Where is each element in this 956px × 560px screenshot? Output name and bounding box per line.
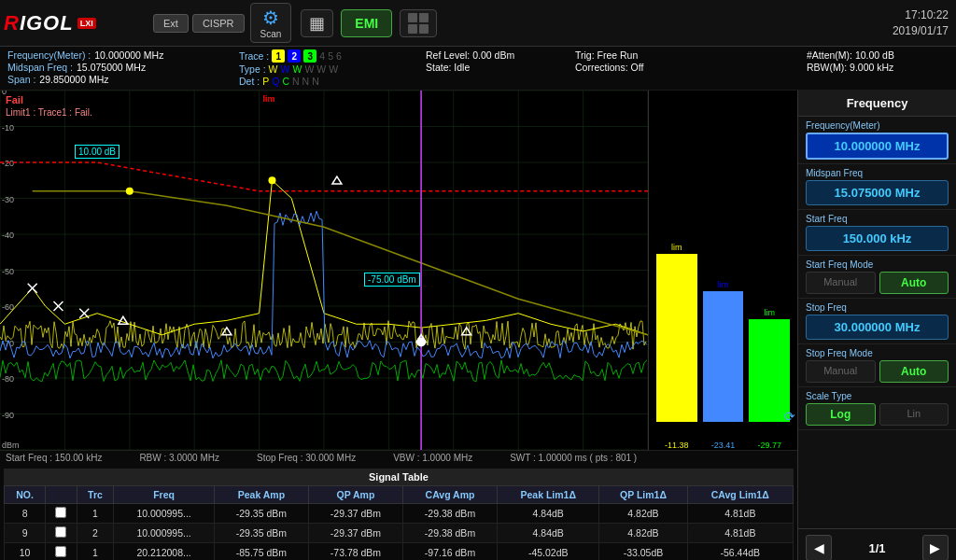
cell-peak: -29.35 dBm <box>214 524 308 543</box>
rp-stop-mode-label: Stop Freq Mode <box>806 348 949 358</box>
spectrum-area: Fail Limit1 : Trace1 : Fail. 10.00 dB -7… <box>0 91 797 450</box>
ext-button[interactable]: Ext <box>153 14 189 33</box>
col-qp-amp: QP Amp <box>308 486 402 504</box>
lim-label-1: lim <box>671 243 682 252</box>
start-auto-btn[interactable]: Auto <box>879 272 949 294</box>
cell-qp: -73.78 dBm <box>308 543 402 561</box>
trace-1-badge[interactable]: 1 <box>272 49 285 63</box>
next-page-btn[interactable]: ▶ <box>922 535 949 560</box>
lin-btn[interactable]: Lin <box>879 403 949 426</box>
det-5: N <box>302 76 310 87</box>
cell-peak: -29.35 dBm <box>214 504 308 524</box>
cell-check[interactable] <box>46 504 77 524</box>
start-freq-display: Start Freq : 150.00 kHz <box>6 453 102 463</box>
col-qp-lim: QP Lim1Δ <box>599 486 687 504</box>
marker-value: -75.00 dBm <box>364 273 420 287</box>
ref-level: Ref Level: 0.00 dBm <box>426 49 514 61</box>
scan-button[interactable]: ⚙ Scan <box>250 3 292 43</box>
bar-chart-area: lim -11.38 M:-11.38 lim -23.41 M:-23.41 <box>648 91 797 450</box>
prev-page-btn[interactable]: ◀ <box>806 535 832 560</box>
det-4: N <box>292 76 300 87</box>
cell-no: 8 <box>5 504 46 524</box>
col-cavg-lim: CAvg Lim1Δ <box>687 486 793 504</box>
start-freq-section: Start Freq 150.000 kHz <box>798 210 956 256</box>
freq-meter-label: Frequency(Meter) : <box>7 49 91 61</box>
cell-trc: 1 <box>77 543 114 561</box>
stop-mode-section: Stop Freq Mode Manual Auto <box>798 344 956 387</box>
col-peak-lim: Peak Lim1Δ <box>498 486 599 504</box>
info-bar: Frequency(Meter) : 10.000000 MHz Midspan… <box>0 47 956 91</box>
cell-qp: -29.37 dBm <box>308 524 402 543</box>
type-5: W <box>316 63 326 75</box>
cell-check[interactable] <box>46 524 77 543</box>
signal-table-title: Signal Table <box>4 469 794 485</box>
cell-cavg-lim: 4.81dB <box>687 504 793 524</box>
stop-manual-btn[interactable]: Manual <box>806 360 876 383</box>
split-button[interactable] <box>400 9 437 37</box>
det-6: N <box>312 76 319 87</box>
trace-4-badge: 4 <box>319 50 325 62</box>
rp-start-mode-label: Start Freq Mode <box>806 259 949 270</box>
settings-icon: ⚙ <box>262 7 279 29</box>
cispr-button[interactable]: CISPR <box>192 14 245 33</box>
bar-cycle-icon[interactable]: ⟳ <box>784 409 795 424</box>
rigol-logo: RIGOL <box>4 11 74 35</box>
start-mode-section: Start Freq Mode Manual Auto <box>798 256 956 299</box>
corrections: Corrections: Off <box>575 62 643 73</box>
right-panel: Frequency Frequency(Meter) 10.000000 MHz… <box>797 91 956 560</box>
det-3: C <box>282 76 289 87</box>
rp-midspan-label: Midspan Freq <box>806 168 949 178</box>
col-check <box>46 486 77 504</box>
delta-marker: 10.00 dB <box>75 145 120 159</box>
bar-2-value: -23.41 <box>703 441 744 450</box>
midspan-value: 15.075000 MHz <box>77 62 146 73</box>
log-btn[interactable]: Log <box>806 403 876 426</box>
col-trc: Trc <box>77 486 114 504</box>
trace-6-badge: 6 <box>336 50 342 62</box>
rp-start-freq-value[interactable]: 150.000 kHz <box>806 226 949 251</box>
type-3: W <box>292 63 302 75</box>
rbw-m: RBW(M): 9.000 kHz <box>807 62 893 73</box>
cell-qp: -29.37 dBm <box>308 504 402 524</box>
top-bar: RIGOL LXI Ext CISPR ⚙ Scan ▦ EMI 17:10:2… <box>0 0 956 47</box>
scan-label: Scan <box>260 29 282 39</box>
det-2: Q <box>272 76 279 87</box>
cell-qp-lim: -33.05dB <box>599 543 687 561</box>
cell-no: 9 <box>5 524 46 543</box>
rp-midspan-value[interactable]: 15.075000 MHz <box>806 180 949 205</box>
cell-peak: -85.75 dBm <box>214 543 308 561</box>
cell-cavg: -97.16 dBm <box>402 543 497 561</box>
trace-2-badge[interactable]: 2 <box>288 49 301 63</box>
rp-stop-freq-value[interactable]: 30.000000 MHz <box>806 315 949 340</box>
bar-2-blue: -23.41 M:-23.41 <box>703 291 744 422</box>
midspan-section: Midspan Freq 15.075000 MHz <box>798 164 956 210</box>
rbw-display: RBW : 3.0000 MHz <box>139 453 219 463</box>
cell-trc: 1 <box>77 504 114 524</box>
emi-button[interactable]: EMI <box>341 9 392 37</box>
cell-check[interactable] <box>46 543 77 561</box>
col-freq: Freq <box>114 486 215 504</box>
grid-button[interactable]: ▦ <box>301 9 333 37</box>
start-manual-btn[interactable]: Manual <box>806 272 876 294</box>
lim-label-3: lim <box>764 308 775 317</box>
trig: Trig: Free Run <box>575 49 638 61</box>
spectrum-bottom-bar: Start Freq : 150.00 kHz RBW : 3.0000 MHz… <box>0 450 797 465</box>
rp-freq-meter-value[interactable]: 10.000000 MHz <box>806 133 949 160</box>
datetime-display: 17:10:22 2019/01/17 <box>893 7 952 39</box>
left-panel: Fail Limit1 : Trace1 : Fail. 10.00 dB -7… <box>0 91 797 560</box>
cell-cavg: -29.38 dBm <box>402 524 497 543</box>
trace-3-badge[interactable]: 3 <box>303 49 316 63</box>
table-row: 8 1 10.000995... -29.35 dBm -29.37 dBm -… <box>5 504 794 524</box>
signal-table: NO. Trc Freq Peak Amp QP Amp CAvg Amp Pe… <box>4 485 794 560</box>
midspan-label: Midspan Freq : <box>7 62 73 73</box>
type-4: W <box>304 63 314 75</box>
logo-area: RIGOL LXI <box>4 11 153 35</box>
span-label: Span : <box>7 74 35 85</box>
cell-freq: 10.000995... <box>114 524 215 543</box>
cell-qp-lim: 4.82dB <box>599 524 687 543</box>
stop-auto-btn[interactable]: Auto <box>879 360 949 383</box>
type-6: W <box>329 63 338 75</box>
col-no: NO. <box>5 486 46 504</box>
bar-3-green: -29.77 M:-29.77 <box>749 319 790 422</box>
atten: #Atten(M): 10.00 dB <box>807 49 894 61</box>
